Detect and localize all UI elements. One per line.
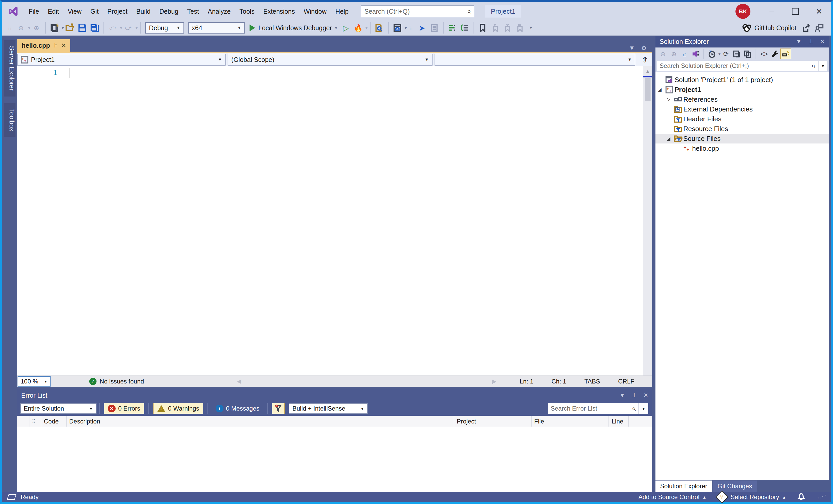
toolbox-rail-tab[interactable]: Toolbox (4, 103, 16, 137)
tree-item-resource-files[interactable]: Resource Files (656, 124, 829, 134)
line-indicator[interactable]: Ln: 1 (520, 378, 533, 385)
share-icon[interactable] (801, 22, 813, 34)
toggle-line-comment-button[interactable] (446, 22, 458, 34)
editor-vertical-scrollbar[interactable]: ▲ (643, 66, 652, 376)
hscroll-right-icon[interactable]: ▶ (492, 378, 497, 385)
warnings-filter-button[interactable]: 0 Warnings (153, 403, 203, 414)
errors-filter-button[interactable]: ✕ 0 Errors (104, 403, 144, 414)
editor-settings-gear-icon[interactable]: ⚙ (641, 44, 647, 52)
close-icon[interactable]: ✕ (820, 38, 825, 45)
navigate-forward-button[interactable]: ⊕ (30, 22, 43, 34)
redo-dropdown-icon[interactable]: ▾ (136, 26, 138, 30)
menu-analyze[interactable]: Analyze (203, 2, 235, 21)
error-list-search-input[interactable] (551, 405, 632, 412)
quick-search-input[interactable] (364, 8, 467, 15)
tab-hello-cpp[interactable]: hello.cpp ⊧ ✕ (17, 39, 70, 52)
menu-view[interactable]: View (63, 2, 86, 21)
menu-help[interactable]: Help (331, 2, 353, 21)
code-column-header[interactable]: Code (41, 416, 67, 427)
menu-git[interactable]: Git (86, 2, 103, 21)
messages-filter-button[interactable]: i 0 Messages (212, 403, 263, 414)
close-icon[interactable]: ✕ (644, 392, 648, 399)
open-file-button[interactable] (64, 22, 76, 34)
save-button[interactable] (76, 22, 89, 34)
active-files-dropdown-icon[interactable]: ▼ (629, 44, 635, 52)
background-tasks-icon[interactable] (7, 494, 16, 500)
expanded-arrow-icon[interactable]: ◢ (664, 136, 673, 141)
copilot-label[interactable]: GitHub Copilot (754, 24, 796, 32)
error-list-title-bar[interactable]: Error List ▼ ⊥ ✕ (17, 389, 652, 401)
undo-button[interactable]: ⤺ (106, 22, 119, 34)
previous-bookmark-button[interactable] (489, 22, 501, 34)
panel-splitter[interactable] (17, 387, 652, 389)
start-without-debugging-button[interactable]: ▷ (340, 22, 352, 34)
back-button[interactable]: ⊖ (658, 49, 668, 59)
scroll-up-icon[interactable]: ▲ (645, 66, 650, 76)
hot-reload-button[interactable]: 🔥 (352, 22, 364, 34)
navigate-home-dropdown-icon[interactable]: ▾ (405, 26, 407, 30)
window-position-dropdown-icon[interactable]: ▼ (620, 392, 625, 399)
search-options-dropdown-icon[interactable]: ▼ (638, 403, 648, 414)
switch-views-button[interactable] (690, 49, 701, 59)
resize-grip[interactable]: ⠠⠔⠁ (815, 494, 828, 500)
select-pointer-button[interactable]: ➤ (416, 22, 428, 34)
toggle-bookmark-button[interactable] (477, 22, 489, 34)
minimize-button[interactable]: – (760, 2, 783, 21)
error-source-dropdown[interactable]: Build + IntelliSense ▼ (289, 403, 368, 414)
uncomment-lines-button[interactable] (458, 22, 471, 34)
split-window-button[interactable]: ⇳ (637, 54, 652, 66)
editor-text-area[interactable] (69, 66, 643, 376)
navigate-home-button[interactable] (391, 22, 404, 34)
notifications-bell-icon[interactable] (798, 492, 805, 502)
toolbar-grip-handle[interactable]: ⁞⁞ (409, 25, 413, 31)
menu-extensions[interactable]: Extensions (259, 2, 299, 21)
eol-mode-indicator[interactable]: CRLF (618, 378, 634, 385)
add-to-source-control-button[interactable]: Add to Source Control ▲ (638, 494, 706, 501)
github-copilot-icon[interactable] (742, 23, 752, 32)
pin-tab-icon[interactable]: ⊧ (54, 42, 57, 49)
navigate-back-button[interactable]: ⊖ (15, 22, 27, 34)
error-list-search-box[interactable]: ⌕ (548, 403, 638, 414)
tab-solution-explorer[interactable]: Solution Explorer (656, 481, 712, 492)
tree-item-project1[interactable]: ◢ ++ Project1 (656, 85, 829, 94)
tree-item-source-files[interactable]: ◢ Source Files (656, 134, 829, 143)
redo-button[interactable]: ⤻ (122, 22, 135, 34)
save-all-button[interactable] (89, 22, 101, 34)
home-button[interactable]: ⌂ (679, 49, 690, 59)
next-bookmark-button[interactable] (501, 22, 514, 34)
hscroll-left-icon[interactable]: ◀ (237, 378, 241, 385)
tree-item-header-files[interactable]: Header Files (656, 114, 829, 124)
pin-icon[interactable]: ⊥ (632, 392, 637, 399)
menu-build[interactable]: Build (132, 2, 155, 21)
filter-dropdown-icon[interactable]: ▾ (718, 52, 720, 56)
solution-explorer-search-input[interactable] (660, 62, 811, 69)
properties-button[interactable] (769, 49, 780, 59)
pin-icon[interactable]: ⊥ (808, 38, 813, 45)
new-project-button[interactable]: ✳ (48, 22, 61, 34)
filter-button[interactable] (272, 403, 285, 414)
maximize-button[interactable] (783, 2, 807, 21)
menu-tools[interactable]: Tools (235, 2, 259, 21)
solution-explorer-search-box[interactable]: ⌕ (657, 61, 818, 71)
menu-debug[interactable]: Debug (155, 2, 183, 21)
toolbar-overflow-dropdown-icon[interactable]: ▼ (529, 26, 533, 30)
view-code-button[interactable]: <> (759, 49, 769, 59)
line-column-header[interactable]: Line (609, 416, 628, 427)
solution-platform-dropdown[interactable]: x64▼ (188, 22, 245, 33)
preview-selected-items-button[interactable] (780, 49, 791, 59)
suppression-column-header[interactable] (628, 416, 652, 427)
menu-project[interactable]: Project (103, 2, 132, 21)
solution-name-badge[interactable]: Project1 (485, 5, 521, 18)
quick-search-box[interactable]: ⌕ (361, 5, 474, 17)
tree-item-hello-cpp[interactable]: ++ hello.cpp (656, 143, 829, 153)
tree-item-solution[interactable]: Solution 'Project1' (1 of 1 project) (656, 75, 829, 85)
indent-mode-indicator[interactable]: TABS (584, 378, 600, 385)
scrollbar-thumb[interactable] (645, 78, 650, 101)
undo-dropdown-icon[interactable]: ▾ (120, 26, 122, 30)
collapse-all-button[interactable] (731, 49, 742, 59)
menu-file[interactable]: File (24, 2, 43, 21)
description-column-header[interactable]: Description (67, 416, 454, 427)
close-tab-icon[interactable]: ✕ (61, 42, 66, 49)
pending-changes-filter-button[interactable] (707, 49, 717, 59)
file-column-header[interactable]: File (531, 416, 609, 427)
